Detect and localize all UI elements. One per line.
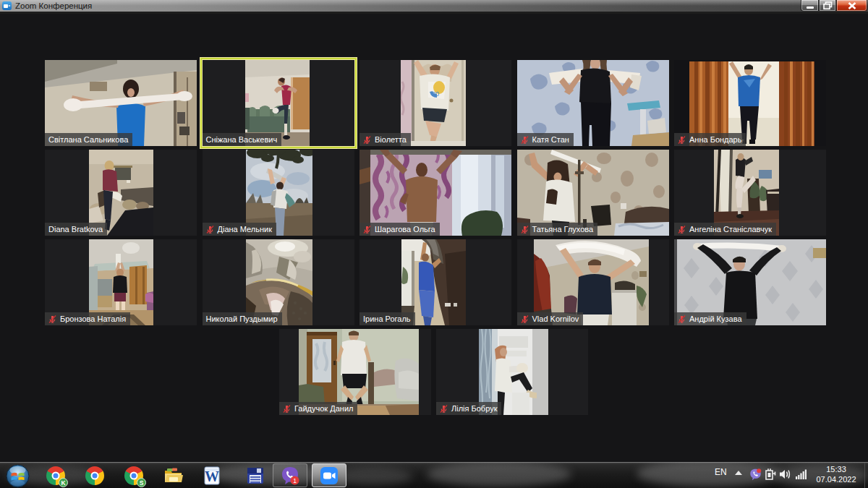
svg-text:W: W [205, 468, 219, 484]
svg-text:1: 1 [293, 477, 297, 484]
svg-text:20: 20 [432, 90, 439, 98]
